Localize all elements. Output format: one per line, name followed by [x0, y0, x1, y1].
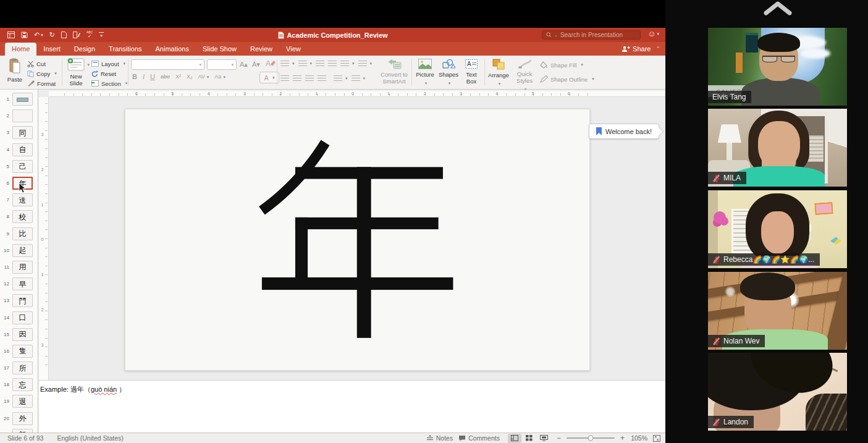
video-tile-rebecca[interactable]: Rebecca🌈🌍🌈⭐🌈🌍...: [708, 190, 847, 268]
welcome-back-tooltip[interactable]: Welcome back!: [589, 124, 659, 139]
slide-thumbnail-row[interactable]: 16 隻: [0, 343, 38, 360]
convert-smartart-button[interactable]: Convert to SmartArt: [377, 59, 411, 85]
video-tile-landon[interactable]: Landon: [708, 353, 847, 431]
italic-button[interactable]: I: [143, 73, 145, 80]
slide-thumbnail-row[interactable]: 13 門: [0, 292, 38, 309]
align-right-icon[interactable]: [305, 75, 314, 82]
text-direction-icon[interactable]: [334, 75, 348, 82]
redo-icon[interactable]: ↻: [49, 32, 55, 38]
slide-thumbnail-row[interactable]: 9 比: [0, 226, 38, 242]
edit-file-icon[interactable]: [73, 32, 80, 38]
slide-thumbnail[interactable]: 門: [12, 294, 33, 307]
shape-fill-button[interactable]: Shape Fill: [540, 61, 583, 69]
increase-indent-icon[interactable]: [328, 61, 337, 67]
slide-thumbnail[interactable]: 校: [12, 210, 33, 223]
subscript-button[interactable]: X₂: [187, 74, 193, 80]
save-icon[interactable]: [21, 32, 28, 38]
slide-thumbnail-row[interactable]: 8 校: [0, 208, 38, 225]
slide-thumbnail[interactable]: 用: [12, 261, 33, 274]
align-text-icon[interactable]: [352, 75, 366, 82]
format-painter-button[interactable]: Format: [27, 79, 56, 88]
strikethrough-button[interactable]: abe: [161, 74, 170, 80]
reset-button[interactable]: Reset: [91, 69, 116, 78]
search-input[interactable]: ⌄ Search in Presentation: [542, 30, 641, 40]
slide-thumbnail-row[interactable]: 7 送: [0, 192, 38, 208]
shrink-font-button[interactable]: A▾: [252, 60, 260, 69]
slide-thumbnail-row[interactable]: 1: [0, 91, 38, 108]
new-file-icon[interactable]: [61, 32, 67, 38]
ribbon-tab[interactable]: Slide Show: [196, 43, 243, 56]
slide-thumbnail-row[interactable]: 4 自: [0, 141, 38, 158]
align-center-icon[interactable]: [293, 75, 301, 82]
zoom-level[interactable]: 105%: [630, 434, 647, 442]
line-spacing-icon[interactable]: [340, 61, 355, 67]
normal-view-button[interactable]: [508, 434, 521, 443]
slide-thumbnail[interactable]: 早: [12, 277, 33, 290]
clear-formatting-button[interactable]: A: [266, 59, 276, 67]
font-size-select[interactable]: [207, 59, 237, 70]
slide-thumbnail[interactable]: 所: [12, 361, 33, 374]
slide-thumbnail-row[interactable]: 21 新: [0, 427, 38, 432]
arrange-button[interactable]: Arrange: [487, 59, 510, 86]
align-left-icon[interactable]: [280, 75, 289, 82]
quick-styles-button[interactable]: Quick Styles: [512, 59, 537, 92]
share-button[interactable]: Share: [622, 45, 651, 53]
ribbon-tab[interactable]: View: [279, 43, 308, 56]
new-slide-button[interactable]: ▾ New Slide: [64, 58, 88, 87]
font-name-select[interactable]: [131, 59, 204, 70]
video-tile-elvis[interactable]: CALIFORNIA Elvis Tang: [708, 28, 847, 106]
ribbon-tab[interactable]: Design: [67, 43, 102, 56]
slide-thumbnail[interactable]: 因: [12, 328, 33, 341]
feedback-smiley-icon[interactable]: ☺▾: [647, 30, 659, 38]
slide-thumbnail-row[interactable]: 20 外: [0, 410, 38, 427]
slide-thumbnail[interactable]: 外: [12, 412, 33, 425]
columns-icon[interactable]: [358, 61, 373, 67]
slide-thumbnail[interactable]: 同: [12, 126, 33, 139]
shape-outline-button[interactable]: Shape Outline: [540, 75, 594, 83]
slide-thumbnail[interactable]: 自: [12, 143, 33, 156]
slide-thumbnail[interactable]: 隻: [12, 345, 33, 358]
ribbon-tab[interactable]: Home: [5, 43, 36, 56]
slide-thumbnail-row[interactable]: 11 用: [0, 259, 38, 276]
slide-thumbnail-row[interactable]: 15 因: [0, 326, 38, 343]
slide-thumbnail-row[interactable]: 14 口: [0, 309, 38, 326]
paste-button[interactable]: Paste: [4, 58, 26, 83]
underline-button[interactable]: U: [150, 73, 155, 80]
slide-thumbnail-row[interactable]: 2: [0, 108, 38, 124]
ribbon-tab[interactable]: Review: [243, 43, 279, 56]
layout-button[interactable]: Layout: [91, 59, 125, 68]
slide-thumbnail-row[interactable]: 19 退: [0, 393, 38, 410]
ribbon-display-icon[interactable]: [7, 32, 15, 38]
slide-thumbnail-row[interactable]: 10 起: [0, 242, 38, 259]
section-button[interactable]: Section: [91, 79, 127, 88]
slide-thumbnail[interactable]: 口: [12, 311, 33, 324]
customize-toolbar-icon[interactable]: ▾: [99, 32, 104, 38]
zoom-out-button[interactable]: −: [557, 434, 561, 442]
slide-thumbnail[interactable]: 起: [12, 244, 33, 257]
slide-thumbnail-row[interactable]: 17 所: [0, 360, 38, 376]
slide-thumbnail-row[interactable]: 18 忘: [0, 376, 38, 393]
slideshow-view-button[interactable]: [537, 434, 551, 443]
slide-thumbnail[interactable]: [12, 109, 33, 122]
picture-button[interactable]: Picture: [414, 59, 436, 86]
current-slide[interactable]: [125, 109, 590, 371]
bullets-icon[interactable]: [280, 61, 295, 67]
collapse-ribbon-icon[interactable]: ⌃: [655, 46, 660, 52]
video-tile-mila[interactable]: MILA: [708, 109, 847, 187]
fit-to-window-icon[interactable]: [653, 435, 660, 442]
slide-thumbnail-row[interactable]: 5 己: [0, 158, 38, 175]
cut-button[interactable]: Cut: [27, 59, 46, 68]
zoom-slider-knob[interactable]: [588, 436, 593, 441]
copy-button[interactable]: Copy: [27, 69, 57, 78]
slide-thumbnail-panel[interactable]: 1 2: [0, 90, 38, 432]
text-box-button[interactable]: A Text Box: [461, 59, 482, 85]
decrease-indent-icon[interactable]: [316, 61, 324, 67]
comments-toggle[interactable]: Comments: [458, 434, 500, 442]
notes-toggle[interactable]: Notes: [426, 434, 453, 442]
slide-thumbnail-row[interactable]: 3 同: [0, 124, 38, 141]
numbering-icon[interactable]: [298, 61, 313, 67]
ribbon-tab[interactable]: Insert: [36, 43, 67, 56]
superscript-button[interactable]: X²: [175, 74, 181, 80]
slide-thumbnail[interactable]: 比: [12, 227, 33, 240]
chevron-up-icon[interactable]: [762, 0, 793, 16]
